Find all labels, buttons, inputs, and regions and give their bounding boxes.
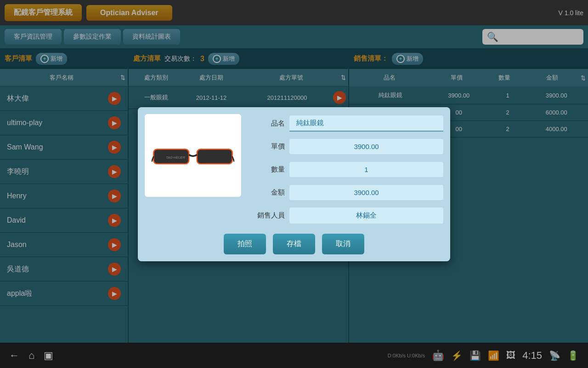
field-qty-label: 數量 <box>248 165 285 174</box>
product-image: TAG·HEUER <box>145 114 241 197</box>
svg-text:TAG·HEUER: TAG·HEUER <box>166 155 185 160</box>
field-price-value: 3900.00 <box>289 139 443 154</box>
field-name-label: 品名 <box>248 119 285 128</box>
form-row-amount: 金額 3900.00 <box>248 183 443 202</box>
photo-button[interactable]: 拍照 <box>224 234 266 254</box>
form-row-qty: 數量 1 <box>248 160 443 179</box>
cancel-button[interactable]: 取消 <box>322 234 364 254</box>
field-amount-label: 金額 <box>248 188 285 197</box>
sales-edit-modal: TAG·HEUER 品名 單價 3900.00 數量 1 <box>138 107 450 261</box>
field-name-input[interactable] <box>289 115 443 132</box>
modal-buttons: 拍照 存檔 取消 <box>145 234 443 254</box>
field-sales-label: 銷售人員 <box>248 211 285 220</box>
field-price-label: 單價 <box>248 142 285 151</box>
form-row-name: 品名 <box>248 114 443 133</box>
form-row-sales: 銷售人員 林錫全 <box>248 206 443 225</box>
modal-overlay: TAG·HEUER 品名 單價 3900.00 數量 1 <box>0 0 588 368</box>
field-sales-value: 林錫全 <box>289 207 443 224</box>
form-row-price: 單價 3900.00 <box>248 137 443 156</box>
svg-rect-5 <box>198 150 231 162</box>
save-button[interactable]: 存檔 <box>273 234 315 254</box>
field-amount-value: 3900.00 <box>289 185 443 200</box>
field-qty-value: 1 <box>289 162 443 177</box>
